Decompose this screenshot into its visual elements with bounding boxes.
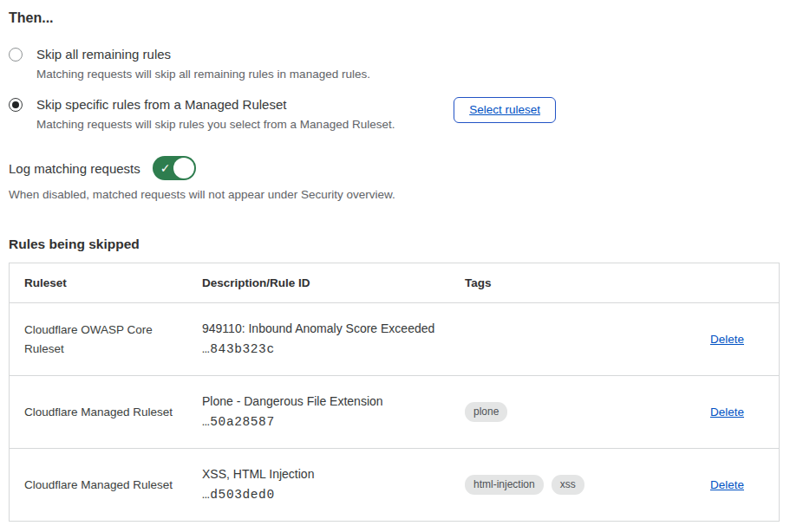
select-ruleset-button[interactable]: Select ruleset bbox=[454, 97, 556, 123]
log-label: Log matching requests bbox=[9, 161, 140, 176]
option-label: Skip specific rules from a Managed Rules… bbox=[36, 95, 395, 114]
action-cell: Delete bbox=[663, 449, 779, 521]
rule-id: …d503ded0 bbox=[202, 488, 275, 503]
delete-link[interactable]: Delete bbox=[710, 405, 744, 418]
tag-pill: plone bbox=[465, 402, 507, 422]
log-matching-row: Log matching requests ✓ bbox=[9, 156, 780, 180]
table-row: Cloudflare OWASP Core Ruleset 949110: In… bbox=[10, 302, 779, 375]
log-description: When disabled, matched requests will not… bbox=[9, 186, 780, 204]
tags-cell: html-injection xss bbox=[450, 449, 663, 521]
description-cell: 949110: Inbound Anomaly Score Exceeded …… bbox=[187, 303, 450, 375]
rule-id: …50a28587 bbox=[202, 415, 275, 430]
option-description: Matching requests will skip rules you se… bbox=[36, 116, 395, 133]
option-description: Matching requests will skip all remainin… bbox=[36, 66, 370, 83]
option-skip-all: Skip all remaining rules Matching reques… bbox=[9, 45, 780, 83]
then-heading: Then... bbox=[9, 10, 780, 26]
rule-id: …843b323c bbox=[202, 342, 275, 357]
action-cell: Delete bbox=[663, 303, 779, 375]
tag-pill: html-injection bbox=[465, 475, 544, 495]
tags-cell bbox=[450, 303, 663, 375]
ruleset-cell: Cloudflare Managed Ruleset bbox=[10, 449, 187, 521]
description-cell: Plone - Dangerous File Extension …50a285… bbox=[187, 376, 450, 448]
option-skip-specific: Skip specific rules from a Managed Rules… bbox=[9, 95, 395, 133]
rule-description: 949110: Inbound Anomaly Score Exceeded bbox=[202, 321, 434, 336]
col-header-description: Description/Rule ID bbox=[187, 263, 450, 302]
page: Then... Skip all remaining rules Matchin… bbox=[0, 0, 790, 522]
rules-table-heading: Rules being skipped bbox=[9, 237, 780, 252]
tag-pill: xss bbox=[552, 475, 584, 495]
toggle-knob bbox=[173, 158, 194, 178]
option-text: Skip all remaining rules Matching reques… bbox=[36, 45, 370, 83]
table-row: Cloudflare Managed Ruleset Plone - Dange… bbox=[10, 375, 779, 448]
delete-link[interactable]: Delete bbox=[710, 333, 744, 346]
tags-cell: plone bbox=[450, 376, 663, 448]
col-header-ruleset: Ruleset bbox=[10, 263, 187, 302]
table-row: Cloudflare Managed Ruleset XSS, HTML Inj… bbox=[10, 448, 779, 521]
rule-description: XSS, HTML Injection bbox=[202, 467, 314, 482]
ruleset-cell: Cloudflare OWASP Core Ruleset bbox=[10, 303, 187, 375]
ruleset-cell: Cloudflare Managed Ruleset bbox=[10, 376, 187, 448]
action-cell: Delete bbox=[663, 376, 779, 448]
rule-description: Plone - Dangerous File Extension bbox=[202, 394, 383, 409]
log-toggle[interactable]: ✓ bbox=[153, 156, 196, 180]
col-header-tags: Tags bbox=[450, 263, 663, 302]
description-cell: XSS, HTML Injection …d503ded0 bbox=[187, 449, 450, 521]
radio-skip-all[interactable] bbox=[9, 48, 23, 62]
col-header-actions bbox=[663, 263, 779, 302]
option-text: Skip specific rules from a Managed Rules… bbox=[36, 95, 395, 133]
table-header-row: Ruleset Description/Rule ID Tags bbox=[10, 263, 779, 302]
check-icon: ✓ bbox=[160, 162, 171, 174]
delete-link[interactable]: Delete bbox=[710, 478, 744, 491]
rules-table: Ruleset Description/Rule ID Tags Cloudfl… bbox=[9, 263, 780, 522]
option-skip-specific-row: Skip specific rules from a Managed Rules… bbox=[9, 95, 780, 133]
radio-skip-specific[interactable] bbox=[9, 98, 23, 112]
option-label: Skip all remaining rules bbox=[36, 45, 370, 64]
